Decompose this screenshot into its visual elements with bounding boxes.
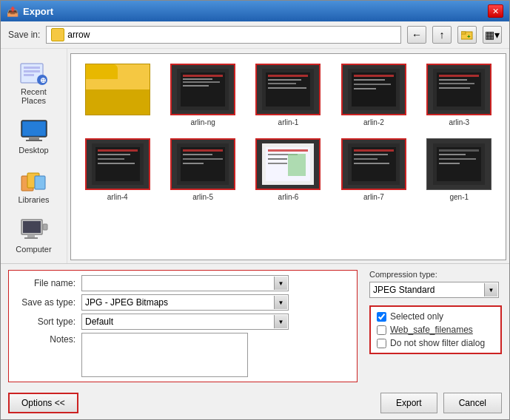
computer-label: Computer	[16, 245, 51, 254]
svg-rect-61	[183, 163, 204, 164]
svg-rect-35	[268, 79, 301, 81]
svg-rect-4	[24, 67, 40, 69]
path-display[interactable]: arrow	[46, 26, 401, 44]
no-filter-checkbox[interactable]	[377, 339, 386, 348]
svg-rect-43	[354, 88, 376, 89]
desktop-label: Desktop	[19, 146, 48, 155]
save-as-type-row: Save as type: JPG - JPEG Bitmaps PNG - P…	[15, 294, 351, 311]
svg-rect-68	[268, 163, 287, 164]
svg-rect-64	[268, 149, 308, 152]
svg-rect-77	[439, 149, 479, 152]
right-options: Compression type: JPEG Standard JPEG Pro…	[365, 270, 502, 382]
options-button[interactable]: Options <<	[8, 393, 78, 413]
left-form: File name: ▼ Save as type: JPG - JPEG Bi…	[8, 270, 358, 382]
compression-select[interactable]: JPEG Standard JPEG Progressive JPEG Opti…	[369, 282, 499, 298]
selected-only-checkbox[interactable]	[377, 312, 386, 322]
export-button[interactable]: Export	[380, 393, 437, 413]
computer-icon	[19, 217, 49, 243]
compression-label: Compression type:	[369, 270, 502, 279]
export-icon: 📤	[7, 6, 19, 17]
file-name: arlin-7	[363, 193, 384, 201]
svg-rect-28	[183, 75, 223, 77]
svg-rect-15	[35, 176, 45, 189]
file-thumbnail	[341, 64, 406, 115]
toolbar: Save in: arrow ← ↑ + ▦▾	[1, 21, 509, 49]
svg-rect-27	[181, 72, 225, 106]
svg-rect-73	[354, 158, 378, 160]
sort-type-wrapper: Default Name Date Size ▼	[81, 314, 289, 330]
cancel-button[interactable]: Cancel	[443, 393, 502, 413]
svg-rect-18	[27, 234, 35, 237]
svg-rect-42	[354, 84, 391, 85]
list-item[interactable]: arlin-5	[161, 133, 244, 206]
save-in-label: Save in:	[8, 30, 40, 40]
svg-rect-58	[183, 149, 223, 152]
svg-rect-45	[437, 72, 481, 106]
svg-rect-29	[183, 78, 212, 80]
file-name-input[interactable]	[81, 275, 289, 291]
svg-rect-71	[354, 149, 394, 152]
list-item[interactable]	[76, 58, 159, 132]
recent-places-label: Recent Places	[10, 87, 58, 105]
libraries-label: Libraries	[18, 195, 49, 204]
close-button[interactable]: ✕	[488, 4, 503, 18]
svg-rect-48	[439, 83, 474, 84]
file-name: arlin-3	[449, 118, 469, 126]
notes-textarea[interactable]	[81, 333, 248, 377]
folder-icon	[51, 28, 64, 41]
sidebar-item-computer[interactable]: Computer	[4, 212, 64, 259]
file-thumbnail	[170, 64, 235, 115]
web-safe-checkbox[interactable]	[377, 325, 386, 335]
dialog-title: 📤 Export	[7, 6, 53, 17]
file-name-wrapper: ▼	[81, 275, 289, 291]
svg-rect-55	[98, 163, 135, 164]
notes-row: Notes:	[15, 333, 351, 377]
sidebar-item-recent-places[interactable]: ⊕ Recent Places	[4, 55, 64, 110]
title-text: Export	[23, 6, 53, 17]
title-bar: 📤 Export ✕	[1, 1, 509, 21]
list-item[interactable]: arlin-4	[76, 133, 159, 206]
notes-label: Notes:	[15, 333, 81, 345]
svg-rect-20	[43, 224, 47, 230]
bottom-layout: File name: ▼ Save as type: JPG - JPEG Bi…	[8, 270, 502, 382]
svg-rect-52	[98, 149, 138, 152]
save-as-type-select[interactable]: JPG - JPEG Bitmaps PNG - Portable Networ…	[81, 294, 289, 311]
list-item[interactable]: arlin-2	[332, 58, 415, 132]
path-text: arrow	[67, 30, 90, 40]
list-item[interactable]: arlin-3	[417, 58, 501, 132]
svg-rect-54	[98, 158, 124, 160]
web-safe-label[interactable]: Web_safe_filenames	[390, 325, 473, 335]
list-item[interactable]: arlin-1	[246, 58, 330, 132]
save-as-type-label: Save as type:	[15, 297, 81, 308]
no-filter-row: Do not show filter dialog	[377, 338, 494, 348]
svg-rect-6	[24, 74, 34, 76]
file-browser: arlin-ng arlin-1	[70, 53, 506, 260]
sidebar-item-libraries[interactable]: Libraries	[4, 163, 64, 209]
action-buttons: Export Cancel	[380, 393, 502, 413]
list-item[interactable]: arlin-ng	[161, 58, 244, 132]
svg-rect-80	[439, 163, 460, 164]
file-name: arlin-ng	[190, 118, 215, 126]
list-item[interactable]: arlin-7	[332, 133, 415, 206]
new-folder-button[interactable]: +	[457, 26, 477, 44]
svg-rect-66	[288, 154, 306, 176]
file-thumbnail	[426, 64, 491, 115]
web-safe-row: Web_safe_filenames	[377, 325, 494, 335]
sort-type-select[interactable]: Default Name Date Size	[81, 314, 289, 330]
options-checkboxes-box: Selected only Web_safe_filenames Do not …	[369, 305, 502, 354]
up-button[interactable]: ↑	[432, 26, 452, 44]
file-thumbnail	[85, 64, 150, 115]
sidebar-item-desktop[interactable]: Desktop	[4, 113, 64, 160]
list-item[interactable]: arlin-6	[246, 133, 330, 206]
desktop-icon	[19, 118, 49, 144]
svg-rect-19	[24, 237, 38, 239]
file-name-row: File name: ▼	[15, 275, 351, 291]
views-button[interactable]: ▦▾	[483, 26, 502, 44]
back-button[interactable]: ←	[407, 26, 426, 44]
svg-rect-40	[354, 75, 394, 77]
no-filter-label[interactable]: Do not show filter dialog	[390, 338, 485, 348]
recent-places-icon: ⊕	[19, 60, 49, 86]
list-item[interactable]: gen-1	[417, 133, 501, 206]
svg-rect-37	[268, 87, 306, 89]
selected-only-label[interactable]: Selected only	[390, 311, 443, 322]
